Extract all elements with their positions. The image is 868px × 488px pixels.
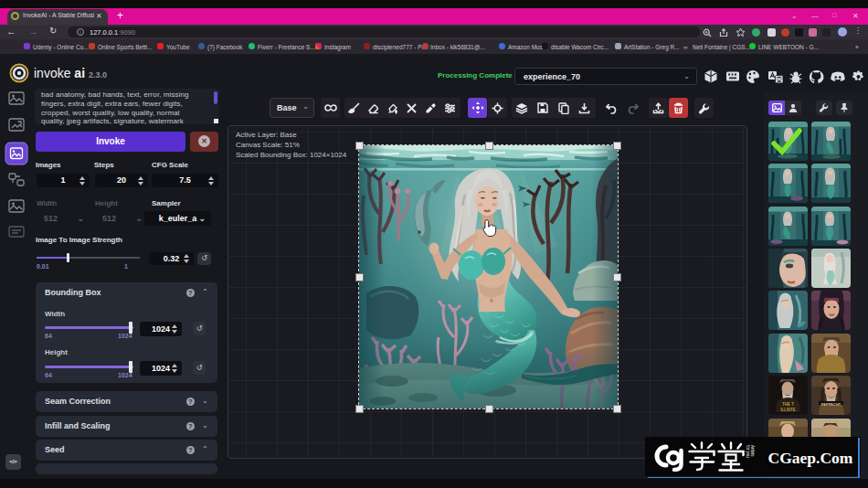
svg-text:PAPPECHT: PAPPECHT: [821, 402, 842, 407]
svg-text:ILLSITE: ILLSITE: [780, 408, 796, 412]
svg-text:THE T: THE T: [782, 402, 794, 407]
